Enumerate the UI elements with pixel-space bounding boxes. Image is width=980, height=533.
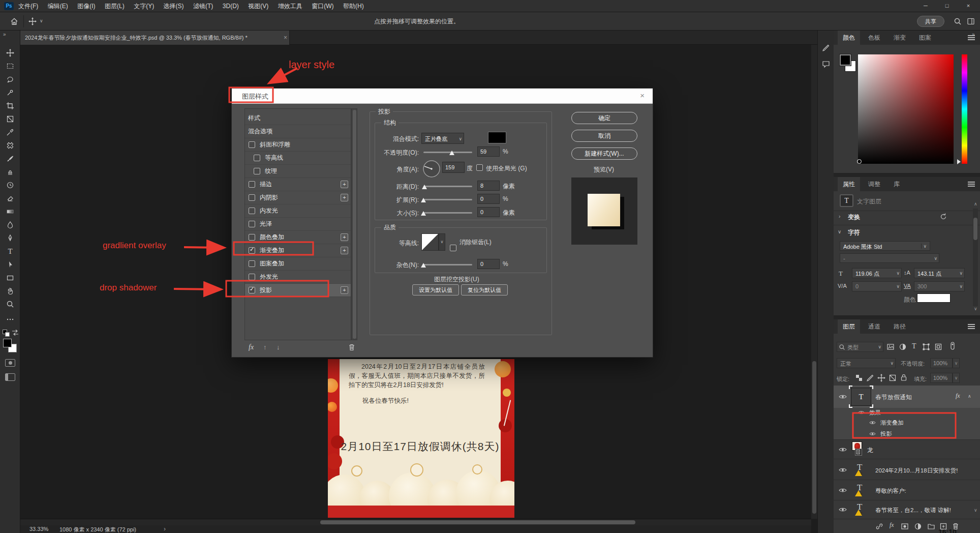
edit-toolbar-icon[interactable] — [6, 315, 14, 323]
tab-adjustments[interactable]: 调整 — [863, 177, 885, 191]
healing-brush-tool-icon[interactable] — [6, 141, 14, 150]
global-light-checkbox[interactable] — [476, 164, 483, 171]
status-chevron-icon[interactable]: › — [164, 525, 166, 532]
opacity-slider[interactable] — [423, 152, 472, 153]
menu-window[interactable]: 窗口(W) — [312, 0, 333, 12]
menu-3d[interactable]: 3D(D) — [223, 0, 239, 12]
fill-field[interactable]: 100% — [930, 373, 953, 383]
add-layer-mask-icon[interactable] — [901, 522, 909, 530]
zoom-tool-icon[interactable] — [6, 300, 14, 308]
quick-selection-tool-icon[interactable] — [6, 88, 14, 97]
opacity-slider-thumb[interactable] — [449, 151, 454, 155]
tool-options-chevron-icon[interactable]: ∨ — [40, 18, 43, 23]
minimize-button[interactable]: ─ — [915, 0, 936, 12]
noise-slider[interactable] — [423, 264, 472, 265]
layer-name[interactable]: 春节放假通知 — [875, 393, 912, 402]
lock-artboard-icon[interactable] — [889, 374, 897, 382]
tab-channels[interactable]: 通道 — [863, 319, 885, 334]
noise-slider-thumb[interactable] — [421, 263, 426, 268]
move-style-up-icon[interactable]: ↑ — [263, 343, 267, 351]
font-size-select[interactable]: 119.06 点∨ — [852, 268, 902, 278]
home-icon[interactable] — [10, 17, 18, 25]
style-item-contour[interactable]: 等高线 — [245, 152, 351, 165]
hue-slider-handle[interactable] — [957, 159, 961, 164]
style-item-stroke[interactable]: 描边+ — [245, 178, 351, 191]
drop-shadow-effect-row[interactable]: 投影 — [834, 428, 980, 439]
angle-value-field[interactable]: 159 — [442, 162, 465, 173]
gradient-overlay-effect-row[interactable]: 渐变叠加 — [834, 417, 980, 428]
transform-collapse-icon[interactable]: › — [839, 214, 840, 219]
visibility-eye-icon[interactable] — [869, 420, 876, 425]
filter-pin-toggle-icon[interactable] — [948, 342, 957, 350]
fx-menu-icon[interactable]: fx — [249, 343, 254, 351]
color-field[interactable] — [858, 54, 954, 164]
noise-value-field[interactable]: 0 — [477, 259, 500, 269]
text-layer-thumbnail[interactable]: T — [851, 388, 871, 406]
scroll-down-icon[interactable]: ∨ — [974, 306, 977, 311]
vertical-scrollbar[interactable] — [811, 45, 817, 519]
contour-thumbnail[interactable] — [421, 233, 439, 251]
toolbar-expand-icon[interactable]: » — [3, 32, 6, 37]
quick-mask-icon[interactable] — [5, 359, 15, 367]
cancel-button[interactable]: 取消 — [571, 130, 637, 142]
lasso-tool-icon[interactable] — [6, 75, 14, 83]
text-color-swatch[interactable] — [917, 293, 951, 303]
visibility-eye-icon[interactable] — [839, 507, 847, 513]
frame-tool-icon[interactable] — [6, 115, 14, 123]
marquee-tool-icon[interactable] — [6, 62, 14, 70]
font-family-select[interactable]: Adobe 黑体 Std∨ — [840, 241, 930, 251]
swap-colors-icon[interactable] — [11, 329, 19, 337]
filter-shape-layers-icon[interactable] — [922, 343, 930, 351]
dialog-title-bar[interactable]: 图层样式 × — [232, 88, 653, 104]
clone-stamp-tool-icon[interactable] — [6, 168, 14, 176]
distance-slider-thumb[interactable] — [422, 185, 427, 189]
visibility-eye-icon[interactable] — [839, 487, 847, 493]
add-layer-style-icon[interactable]: fx — [890, 521, 894, 529]
add-instance-icon[interactable]: + — [341, 233, 348, 241]
character-section-label[interactable]: 字符 — [848, 228, 860, 237]
layer-row-text2[interactable]: T ! 尊敬的客户: — [834, 480, 980, 500]
tab-gradients[interactable]: 渐变 — [889, 31, 911, 45]
lock-transparency-icon[interactable] — [855, 374, 863, 382]
new-style-button[interactable]: 新建样式(W)... — [571, 147, 637, 160]
blur-tool-icon[interactable] — [6, 221, 14, 229]
anti-alias-checkbox[interactable] — [450, 245, 456, 251]
lock-pixels-icon[interactable] — [866, 374, 874, 382]
fx-collapse-icon[interactable]: ∧ — [968, 394, 971, 399]
angle-dial[interactable] — [422, 160, 441, 179]
horizontal-scrollbar[interactable] — [20, 519, 811, 525]
opacity-field[interactable]: 100% — [930, 358, 953, 368]
properties-scrollbar[interactable] — [973, 209, 978, 306]
set-default-button[interactable]: 设置为默认值 — [412, 284, 459, 295]
layer-row-text1[interactable]: T ! 2024年2月10...月18日安排发货! — [834, 460, 980, 480]
screen-mode-icon[interactable] — [5, 373, 15, 381]
menu-plugins[interactable]: 增效工具 — [278, 0, 302, 12]
visibility-eye-icon[interactable] — [839, 447, 847, 453]
eyedropper-tool-icon[interactable] — [6, 128, 14, 136]
comment-panel-icon[interactable] — [822, 60, 830, 68]
distance-value-field[interactable]: 8 — [477, 181, 500, 191]
gradient-tool-icon[interactable] — [6, 208, 14, 216]
opacity-chevron[interactable]: ∨ — [953, 358, 960, 368]
maximize-button[interactable]: □ — [936, 0, 958, 12]
visibility-eye-icon[interactable] — [839, 394, 847, 400]
collapse-panels-icon[interactable]: » — [972, 32, 975, 37]
move-tool-indicator-icon[interactable] — [28, 17, 37, 25]
add-instance-icon[interactable]: + — [341, 286, 348, 294]
style-item-drop-shadow[interactable]: ✓投影+ — [245, 284, 351, 297]
style-item-bevel-emboss[interactable]: 斜面和浮雕 — [245, 138, 351, 152]
style-item-gradient-overlay[interactable]: ✓渐变叠加+ — [245, 244, 351, 257]
menu-layer[interactable]: 图层(L) — [105, 0, 125, 12]
close-tab-icon[interactable]: × — [284, 31, 287, 45]
menu-filter[interactable]: 滤镜(T) — [193, 0, 213, 12]
delete-style-icon[interactable] — [348, 343, 356, 351]
style-item-outer-glow[interactable]: 外发光 — [245, 271, 351, 284]
shadow-color-swatch[interactable] — [488, 132, 506, 143]
menu-help[interactable]: 帮助(H) — [343, 0, 364, 12]
reset-transform-icon[interactable] — [939, 213, 947, 221]
history-brush-tool-icon[interactable] — [6, 181, 14, 189]
styles-list-scrollbar[interactable] — [351, 108, 357, 340]
tab-properties[interactable]: 属性 — [838, 177, 860, 191]
tab-swatches[interactable]: 色板 — [863, 31, 885, 45]
spread-slider-thumb[interactable] — [421, 198, 426, 202]
